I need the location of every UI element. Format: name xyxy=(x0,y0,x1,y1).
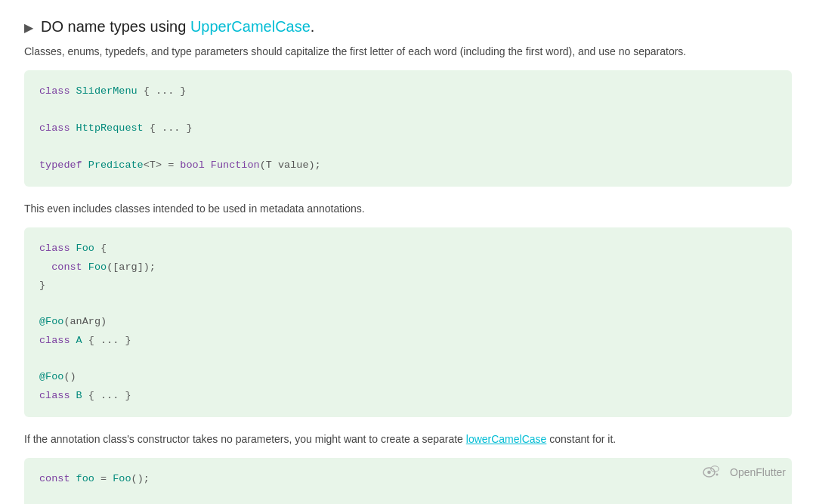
code-line xyxy=(39,350,777,368)
bullet-icon: ▶ xyxy=(24,20,33,35)
code-line xyxy=(39,295,777,313)
watermark-text: OpenFlutter xyxy=(730,466,786,478)
code-line: const foo = Foo(); xyxy=(39,470,777,488)
watermark: OpenFlutter xyxy=(701,463,786,481)
code-line: class SliderMenu { ... } xyxy=(39,82,777,100)
code-line: class B { ... } xyxy=(39,387,777,405)
heading-prefix: DO name types using xyxy=(41,18,190,35)
upper-camel-case-link[interactable]: UpperCamelCase xyxy=(190,18,311,35)
code-block-3: const foo = Foo(); @foo class C { ... } xyxy=(24,458,792,504)
description2: This even includes classes intended to b… xyxy=(24,200,792,217)
code-block-1: class SliderMenu { ... } class HttpReque… xyxy=(24,70,792,186)
svg-point-2 xyxy=(707,471,711,475)
heading-text: DO name types using UpperCamelCase. xyxy=(41,18,314,36)
code-line: @Foo(anArg) xyxy=(39,313,777,331)
code-line: typedef Predicate<T> = bool Function(T v… xyxy=(39,156,777,175)
code-line: class Foo { xyxy=(39,240,777,258)
code-line: } xyxy=(39,277,777,295)
section-heading: ▶ DO name types using UpperCamelCase. xyxy=(24,18,792,36)
description3-suffix: constant for it. xyxy=(546,433,616,445)
lower-camel-case-link[interactable]: lowerCamelCase xyxy=(466,433,547,445)
heading-suffix: . xyxy=(311,18,315,35)
code-line: class HttpRequest { ... } xyxy=(39,119,777,138)
code-line xyxy=(39,489,777,504)
openflutter-logo-icon xyxy=(701,463,724,481)
code-line xyxy=(39,138,777,156)
svg-point-3 xyxy=(716,474,719,476)
code-line: @Foo() xyxy=(39,368,777,386)
description1: Classes, enums, typedefs, and type param… xyxy=(24,43,792,60)
description3: If the annotation class's constructor ta… xyxy=(24,431,792,447)
code-line: class A { ... } xyxy=(39,332,777,350)
code-block-2: class Foo { const Foo([arg]); } @Foo(anA… xyxy=(24,227,792,417)
code-line: const Foo([arg]); xyxy=(39,258,777,277)
code-line xyxy=(39,101,777,119)
description3-prefix: If the annotation class's constructor ta… xyxy=(24,433,466,445)
